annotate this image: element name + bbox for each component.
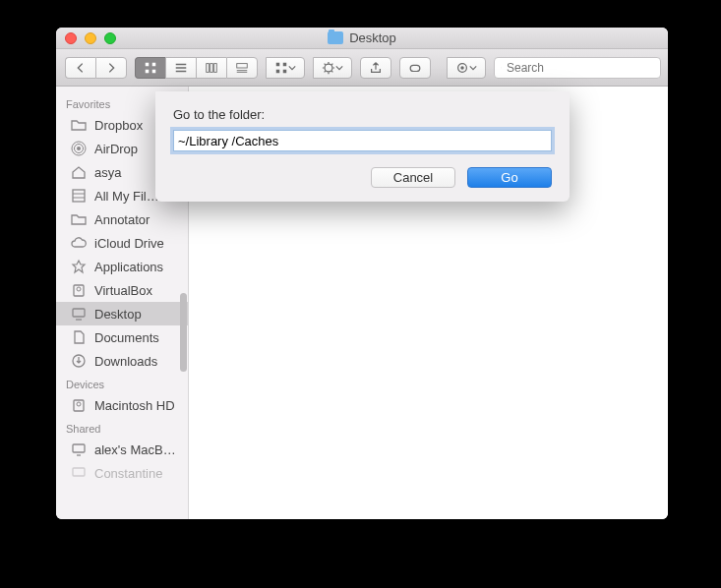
monitor-icon — [70, 465, 88, 481]
svg-rect-13 — [410, 65, 420, 71]
sidebar-item-label: Macintosh HD — [94, 398, 175, 413]
sidebar-item-macintosh-hd[interactable]: Macintosh HD — [56, 393, 188, 417]
svg-rect-8 — [276, 62, 280, 66]
home-icon — [70, 164, 88, 180]
sidebar-item-icloud[interactable]: iCloud Drive — [56, 231, 188, 255]
list-view-button[interactable] — [165, 57, 196, 79]
svg-point-12 — [325, 64, 332, 72]
svg-point-15 — [460, 66, 464, 70]
svg-rect-11 — [283, 69, 287, 73]
toolbar — [56, 49, 668, 87]
sidebar-item-label: All My Fil… — [94, 189, 159, 204]
monitor-icon — [70, 441, 88, 457]
svg-rect-5 — [210, 63, 213, 72]
action-group — [313, 57, 352, 79]
cancel-button[interactable]: Cancel — [371, 167, 455, 188]
sidebar-item-label: Constantine — [94, 466, 162, 481]
sidebar-scrollbar[interactable] — [180, 293, 187, 372]
sidebar-item-downloads[interactable]: Downloads — [56, 349, 188, 373]
svg-point-17 — [77, 147, 81, 150]
documents-icon — [70, 329, 88, 345]
airdrop-icon — [70, 141, 88, 156]
tags-button[interactable] — [399, 57, 431, 79]
zoom-window-button[interactable] — [104, 32, 116, 44]
folder-path-input[interactable] — [173, 130, 552, 151]
folder-icon — [70, 211, 88, 227]
sidebar-item-label: alex's MacB… — [94, 442, 176, 457]
minimize-window-button[interactable] — [85, 32, 96, 44]
titlebar: Desktop — [56, 28, 668, 49]
view-switcher — [135, 57, 258, 79]
back-button[interactable] — [65, 57, 95, 79]
svg-rect-3 — [152, 69, 156, 73]
sidebar-item-documents[interactable]: Documents — [56, 325, 188, 349]
sidebar-item-label: Applications — [94, 260, 163, 274]
window-title-text: Desktop — [349, 30, 396, 45]
column-view-button[interactable] — [196, 57, 226, 79]
sidebar-item-annotator[interactable]: Annotator — [56, 207, 188, 231]
sidebar-item-label: Desktop — [94, 307, 142, 322]
action-button[interactable] — [313, 57, 352, 79]
sidebar-heading-devices: Devices — [56, 373, 188, 393]
svg-point-16 — [501, 67, 502, 68]
sidebar-item-label: VirtualBox — [94, 283, 152, 298]
sidebar-item-virtualbox[interactable]: VirtualBox — [56, 278, 188, 302]
desktop-icon — [70, 306, 88, 322]
sidebar-item-label: Annotator — [94, 212, 150, 227]
svg-rect-9 — [283, 62, 287, 66]
apps-icon — [70, 259, 88, 274]
svg-rect-6 — [214, 63, 217, 72]
sidebar-item-label: asya — [94, 165, 121, 180]
forward-button[interactable] — [95, 57, 127, 79]
cloud-icon — [70, 235, 88, 251]
downloads-icon — [70, 353, 88, 369]
disk-icon — [70, 397, 88, 413]
search-icon — [501, 62, 502, 74]
sidebar-item-label: iCloud Drive — [94, 236, 164, 251]
svg-rect-27 — [73, 444, 85, 452]
svg-rect-23 — [73, 309, 85, 317]
sidebar-item-desktop[interactable]: Desktop — [56, 302, 188, 325]
sidebar-item-shared-2[interactable]: Constantine — [56, 461, 188, 485]
allfiles-icon — [70, 188, 88, 204]
svg-rect-4 — [207, 63, 210, 72]
sidebar-item-label: Dropbox — [94, 118, 143, 133]
sidebar-item-label: Downloads — [94, 354, 157, 369]
disk-icon — [70, 282, 88, 298]
window-controls — [56, 32, 116, 44]
svg-rect-2 — [146, 69, 150, 73]
icon-view-button[interactable] — [135, 57, 165, 79]
svg-rect-0 — [146, 62, 150, 66]
folder-icon — [70, 117, 88, 133]
svg-rect-1 — [152, 62, 156, 66]
sidebar-item-label: Documents — [94, 330, 159, 345]
arrange-button[interactable] — [266, 57, 305, 79]
svg-point-22 — [77, 287, 81, 291]
quicklook-group — [447, 57, 486, 79]
svg-rect-28 — [73, 468, 85, 476]
sheet-buttons: Cancel Go — [173, 167, 552, 188]
close-window-button[interactable] — [65, 32, 77, 44]
sidebar-heading-shared: Shared — [56, 417, 188, 438]
sidebar-item-label: AirDrop — [94, 142, 138, 156]
sheet-label: Go to the folder: — [173, 107, 552, 122]
svg-rect-10 — [276, 69, 280, 73]
svg-rect-20 — [73, 190, 85, 202]
share-button[interactable] — [360, 57, 391, 79]
search-input[interactable] — [507, 61, 654, 75]
nav-buttons — [65, 57, 127, 79]
coverflow-view-button[interactable] — [226, 57, 258, 79]
folder-icon — [328, 31, 343, 44]
window-title: Desktop — [56, 30, 668, 45]
search-field[interactable] — [494, 57, 661, 79]
quicklook-button[interactable] — [447, 57, 486, 79]
arrange-group — [266, 57, 305, 79]
sidebar-item-applications[interactable]: Applications — [56, 255, 188, 278]
sidebar-item-shared-1[interactable]: alex's MacB… — [56, 438, 188, 461]
go-button[interactable]: Go — [467, 167, 552, 188]
svg-rect-7 — [237, 63, 248, 67]
go-to-folder-sheet: Go to the folder: Cancel Go — [155, 91, 570, 202]
svg-point-26 — [77, 402, 81, 406]
